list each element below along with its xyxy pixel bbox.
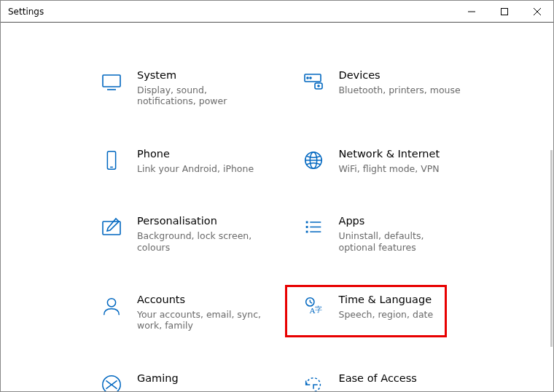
category-title: Gaming (137, 372, 179, 385)
svg-rect-17 (305, 222, 308, 224)
category-desc: Bluetooth, printers, mouse (339, 85, 461, 96)
svg-point-23 (107, 299, 115, 307)
ease-of-access-icon (301, 372, 326, 391)
category-grid: System Display, sound, notifications, po… (1, 23, 553, 391)
svg-line-26 (310, 302, 312, 304)
category-devices[interactable]: Devices Bluetooth, printers, mouse (301, 66, 488, 110)
phone-icon (99, 148, 124, 173)
svg-rect-21 (305, 231, 308, 233)
scrollbar[interactable] (550, 150, 553, 347)
category-title: Ease of Access (339, 372, 417, 385)
maximize-button[interactable] (488, 1, 520, 22)
titlebar: Settings (1, 1, 553, 23)
accounts-icon (99, 294, 124, 318)
category-system[interactable]: System Display, sound, notifications, po… (99, 66, 286, 110)
category-title: Time & Language (339, 294, 434, 306)
category-desc: Link your Android, iPhone (137, 163, 254, 175)
category-desc: Speech, region, date (339, 309, 434, 321)
svg-rect-1 (501, 8, 507, 15)
window-controls (455, 1, 553, 22)
category-title: System (137, 69, 261, 82)
category-title: Personalisation (137, 215, 261, 227)
category-ease-of-access[interactable]: Ease of Access (301, 369, 488, 391)
devices-icon (301, 69, 326, 94)
close-button[interactable] (520, 1, 553, 22)
category-title: Devices (339, 69, 461, 82)
svg-rect-11 (107, 152, 115, 169)
system-icon (99, 69, 124, 94)
category-title: Network & Internet (339, 148, 440, 160)
category-desc: Uninstall, defaults, optional features (339, 230, 463, 253)
category-desc: WiFi, flight mode, VPN (339, 163, 440, 175)
category-title: Apps (339, 215, 463, 227)
settings-content: System Display, sound, notifications, po… (1, 23, 553, 391)
minimize-button[interactable] (455, 1, 488, 22)
category-apps[interactable]: Apps Uninstall, defaults, optional featu… (301, 212, 488, 256)
window-title: Settings (8, 7, 44, 17)
apps-icon (301, 215, 326, 240)
category-gaming[interactable]: Gaming (99, 369, 286, 391)
category-time-language[interactable]: A字 Time & Language Speech, region, date (301, 291, 488, 334)
category-title: Phone (137, 148, 254, 160)
personalisation-icon (99, 215, 124, 240)
category-phone[interactable]: Phone Link your Android, iPhone (99, 145, 286, 177)
svg-point-10 (318, 85, 319, 87)
time-language-icon: A字 (301, 294, 326, 318)
category-desc: Your accounts, email, sync, work, family (137, 309, 261, 332)
svg-rect-4 (103, 75, 120, 87)
network-icon (301, 148, 326, 173)
category-accounts[interactable]: Accounts Your accounts, email, sync, wor… (99, 291, 286, 334)
svg-text:字: 字 (314, 306, 321, 314)
svg-rect-19 (305, 226, 308, 228)
category-network[interactable]: Network & Internet WiFi, flight mode, VP… (301, 145, 488, 177)
svg-rect-9 (315, 83, 322, 89)
category-desc: Display, sound, notifications, power (137, 85, 261, 107)
svg-point-7 (307, 77, 308, 79)
svg-point-8 (310, 77, 311, 79)
category-title: Accounts (137, 294, 261, 306)
category-desc: Background, lock screen, colours (137, 230, 261, 253)
gaming-icon (99, 372, 124, 391)
category-personalisation[interactable]: Personalisation Background, lock screen,… (99, 212, 286, 256)
svg-point-29 (103, 376, 120, 391)
